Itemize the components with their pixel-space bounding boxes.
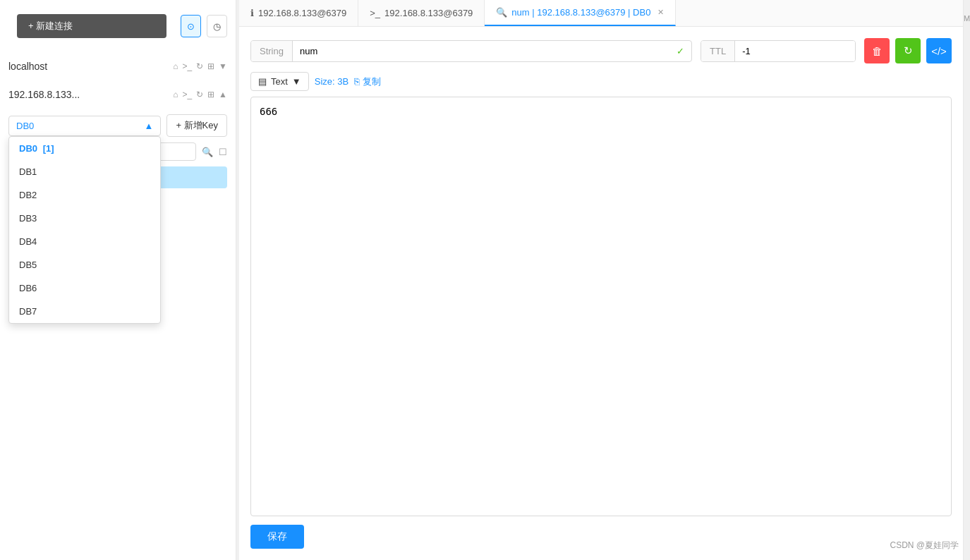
terminal2-icon[interactable]: >_ [182,90,192,99]
footer-credit: CSDN @夏娃同学 [890,540,959,552]
localhost-server-label[interactable]: localhost ⌂ >_ ↻ ⊞ ▼ [8,58,227,75]
editor-content: String ✓ TTL ✕ ▼ 🗑 ↻ </> ▤ [239,27,963,560]
connections-icon: ⊙ [187,21,195,32]
db-option-5[interactable]: DB5 [9,253,160,276]
grid2-icon[interactable]: ⊞ [207,90,214,99]
delete-button[interactable]: 🗑 [864,38,890,63]
tab-info[interactable]: ℹ 192.168.8.133@6379 [239,0,358,26]
info-tab-icon: ℹ [250,8,254,18]
db-option-0[interactable]: DB0 [1] [9,137,160,160]
db-selector[interactable]: DB0 ▲ [8,116,161,136]
db4-label: DB4 [19,236,37,247]
action-buttons: 🗑 ↻ </> [864,38,952,63]
copy-icon: ⎘ [354,76,360,87]
remote-server-name: 192.168.8.133... [8,89,80,100]
save-row: 保存 [250,525,952,549]
sidebar: + 新建连接 ⊙ ◷ localhost ⌂ >_ ↻ ⊞ ▼ 192.168.… [0,0,236,560]
chevron-up-icon[interactable]: ▲ [219,90,227,99]
db7-label: DB7 [19,306,37,317]
history-icon-button[interactable]: ◷ [207,15,227,37]
localhost-server-section: localhost ⌂ >_ ↻ ⊞ ▼ [0,52,236,80]
value-toolbar: ▤ Text ▼ Size: 3B ⎘ 复制 [250,72,952,91]
localhost-server-name: localhost [8,61,47,72]
key-type-label: String [251,41,293,61]
search-icon[interactable]: 🔍 [202,147,213,157]
db1-label: DB1 [19,166,37,177]
key-check-icon[interactable]: ✓ [669,41,691,61]
format-selector[interactable]: ▤ Text ▼ [250,72,309,91]
info-tab-label: 192.168.8.133@6379 [258,8,346,18]
copy-button[interactable]: ⎘ 复制 [354,75,381,88]
remote-server-actions: ⌂ >_ ↻ ⊞ ▲ [173,90,227,99]
terminal-icon[interactable]: >_ [182,61,192,71]
connections-icon-button[interactable]: ⊙ [181,15,201,37]
db0-label: DB0 [19,143,37,154]
db2-label: DB2 [19,190,37,200]
chevron-down-icon[interactable]: ▼ [219,61,227,71]
ttl-input[interactable] [735,41,856,61]
db-dropdown[interactable]: DB0 [1] DB1 DB2 DB3 DB4 DB5 [8,136,161,324]
db5-label: DB5 [19,260,37,270]
remote-server-label[interactable]: 192.168.8.133... ⌂ >_ ↻ ⊞ ▲ [8,86,227,103]
refresh2-icon[interactable]: ↻ [196,90,203,99]
db-selector-row: DB0 ▲ DB0 [1] DB1 DB2 DB3 DB4 [0,109,236,142]
clock-icon: ◷ [213,21,221,32]
checkbox-icon[interactable]: ☐ [219,147,227,157]
ttl-field: TTL ✕ ▼ [701,40,856,62]
tab-close-icon[interactable]: ✕ [657,8,664,17]
key-tab-icon: 🔍 [496,7,507,18]
db-option-6[interactable]: DB6 [9,276,160,300]
tab-terminal[interactable]: >_ 192.168.8.133@6379 [358,0,485,26]
db-option-4[interactable]: DB4 [9,230,160,253]
key-ttl-row: String ✓ TTL ✕ ▼ 🗑 ↻ </> [250,38,952,63]
refresh-icon[interactable]: ↻ [196,61,203,71]
format-label: Text [271,76,288,87]
new-connection-button[interactable]: + 新建连接 [17,14,166,38]
localhost-server-actions: ⌂ >_ ↻ ⊞ ▼ [173,61,227,71]
tabs-bar: ℹ 192.168.8.133@6379 >_ 192.168.8.133@63… [239,0,963,27]
format-chevron-icon: ▼ [292,76,301,87]
sidebar-top-bar: + 新建连接 ⊙ ◷ [0,0,236,52]
save-button[interactable]: 保存 [250,525,304,549]
db6-label: DB6 [19,283,37,293]
db-option-7[interactable]: DB7 [9,300,160,323]
db3-label: DB3 [19,213,37,224]
ttl-label: TTL [701,41,735,61]
remote-server-section: 192.168.8.133... ⌂ >_ ↻ ⊞ ▲ [0,80,236,109]
size-badge: Size: 3B [315,76,348,87]
code-button[interactable]: </> [926,38,952,63]
key-name-input[interactable] [293,41,669,61]
key-field: String ✓ [250,40,692,62]
grid-icon[interactable]: ⊞ [207,61,214,71]
copy-label: 复制 [363,75,381,88]
add-key-button[interactable]: + 新增Key [166,114,227,137]
right-panel-icon: M [964,14,970,23]
db-chevron-icon: ▲ [145,121,154,131]
tab-key[interactable]: 🔍 num | 192.168.8.133@6379 | DB0 ✕ [485,0,676,26]
right-panel: M [963,0,970,560]
value-editor[interactable] [250,97,952,516]
home2-icon[interactable]: ⌂ [173,90,178,99]
key-tab-label: num | 192.168.8.133@6379 | DB0 [511,7,650,18]
terminal-tab-label: 192.168.8.133@6379 [384,8,473,18]
main-content: ℹ 192.168.8.133@6379 >_ 192.168.8.133@63… [239,0,963,560]
db0-count: [1] [43,143,54,154]
refresh-button[interactable]: ↻ [895,38,921,63]
db-option-2[interactable]: DB2 [9,183,160,207]
terminal-tab-icon: >_ [370,8,380,18]
home-icon[interactable]: ⌂ [173,61,178,71]
db-option-1[interactable]: DB1 [9,160,160,183]
db-selected-label: DB0 [16,121,34,131]
format-icon: ▤ [258,76,267,87]
db-option-3[interactable]: DB3 [9,207,160,230]
